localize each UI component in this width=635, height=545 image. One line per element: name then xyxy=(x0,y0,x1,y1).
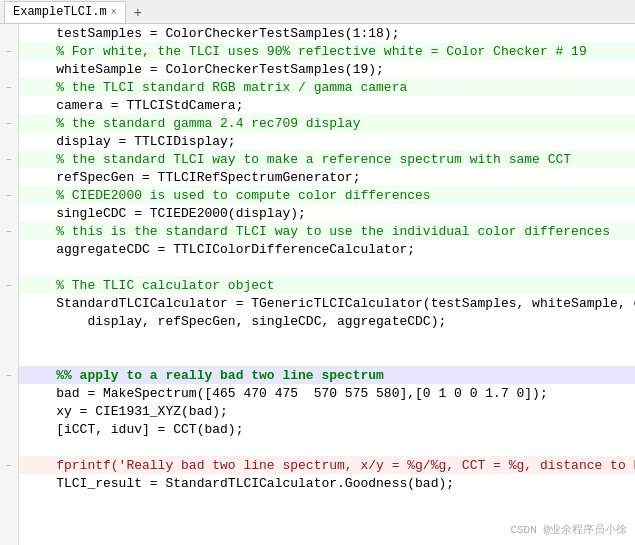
gutter-line-7: – xyxy=(0,150,18,168)
code-line-19: %% apply to a really bad two line spectr… xyxy=(19,366,635,384)
gutter-line-4 xyxy=(0,96,18,114)
code-line-10: singleCDC = TCIEDE2000(display); xyxy=(19,204,635,222)
code-line-7: % the standard TLCI way to make a refere… xyxy=(19,150,635,168)
gutter-line-23 xyxy=(0,438,18,456)
gutter-line-13 xyxy=(0,258,18,276)
line-gutter: ––––––––– xyxy=(0,24,19,545)
code-line-5: % the standard gamma 2.4 rec709 display xyxy=(19,114,635,132)
code-line-21: xy = CIE1931_XYZ(bad); xyxy=(19,402,635,420)
watermark: CSDN @业余程序员小徐 xyxy=(510,522,627,537)
code-line-22: [iCCT, iduv] = CCT(bad); xyxy=(19,420,635,438)
gutter-line-1: – xyxy=(0,42,18,60)
code-line-8: refSpecGen = TTLCIRefSpectrumGenerator; xyxy=(19,168,635,186)
code-line-24: fprintf('Really bad two line spectrum, x… xyxy=(19,456,635,474)
code-line-1: % For white, the TLCI uses 90% reflectiv… xyxy=(19,42,635,60)
gutter-line-20 xyxy=(0,384,18,402)
tab-label: ExampleTLCI.m xyxy=(13,5,107,19)
gutter-line-9: – xyxy=(0,186,18,204)
tab-close-button[interactable]: × xyxy=(111,7,117,18)
gutter-line-15 xyxy=(0,294,18,312)
code-line-13 xyxy=(19,258,635,276)
gutter-line-18 xyxy=(0,348,18,366)
gutter-line-25 xyxy=(0,474,18,492)
code-line-14: % The TLIC calculator object xyxy=(19,276,635,294)
code-line-0: testSamples = ColorCheckerTestSamples(1:… xyxy=(19,24,635,42)
new-tab-button[interactable]: + xyxy=(126,2,150,22)
code-line-12: aggregateCDC = TTLCIColorDifferenceCalcu… xyxy=(19,240,635,258)
gutter-line-6 xyxy=(0,132,18,150)
code-line-4: camera = TTLCIStdCamera; xyxy=(19,96,635,114)
code-line-6: display = TTLCIDisplay; xyxy=(19,132,635,150)
code-line-9: % CIEDE2000 is used to compute color dif… xyxy=(19,186,635,204)
code-line-15: StandardTLCICalculator = TGenericTLCICal… xyxy=(19,294,635,312)
tab-bar: ExampleTLCI.m × + xyxy=(0,0,635,24)
code-line-23 xyxy=(19,438,635,456)
gutter-line-22 xyxy=(0,420,18,438)
gutter-line-19: – xyxy=(0,366,18,384)
gutter-line-14: – xyxy=(0,276,18,294)
gutter-line-3: – xyxy=(0,78,18,96)
gutter-line-16 xyxy=(0,312,18,330)
gutter-line-10 xyxy=(0,204,18,222)
code-line-16: display, refSpecGen, singleCDC, aggregat… xyxy=(19,312,635,330)
code-line-25: TLCI_result = StandardTLCICalculator.Goo… xyxy=(19,474,635,492)
code-area[interactable]: testSamples = ColorCheckerTestSamples(1:… xyxy=(19,24,635,545)
code-line-20: bad = MakeSpectrum([465 470 475 570 575 … xyxy=(19,384,635,402)
gutter-line-24: – xyxy=(0,456,18,474)
gutter-line-0 xyxy=(0,24,18,42)
code-editor: ––––––––– testSamples = ColorCheckerTest… xyxy=(0,24,635,545)
code-line-17 xyxy=(19,330,635,348)
gutter-line-21 xyxy=(0,402,18,420)
code-line-2: whiteSample = ColorCheckerTestSamples(19… xyxy=(19,60,635,78)
code-line-11: % this is the standard TLCI way to use t… xyxy=(19,222,635,240)
code-line-3: % the TLCI standard RGB matrix / gamma c… xyxy=(19,78,635,96)
gutter-line-12 xyxy=(0,240,18,258)
gutter-line-8 xyxy=(0,168,18,186)
tab-example-tlci[interactable]: ExampleTLCI.m × xyxy=(4,1,126,23)
gutter-line-17 xyxy=(0,330,18,348)
gutter-line-11: – xyxy=(0,222,18,240)
gutter-line-2 xyxy=(0,60,18,78)
code-line-18 xyxy=(19,348,635,366)
gutter-line-5: – xyxy=(0,114,18,132)
